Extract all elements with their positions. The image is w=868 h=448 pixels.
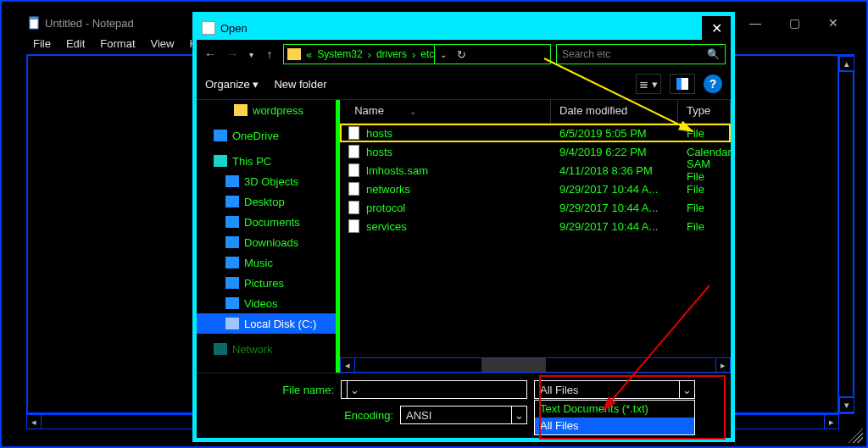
file-name: hosts	[366, 146, 392, 158]
file-list[interactable]: Name⌄ Date modified Type hosts6/5/2019 5…	[337, 100, 731, 373]
back-button[interactable]: ←	[202, 45, 219, 64]
maximize-button[interactable]: ▢	[775, 10, 814, 36]
teal-icon	[214, 343, 227, 355]
preview-pane-button[interactable]	[670, 74, 695, 94]
file-name: lmhosts.sam	[366, 164, 428, 177]
sidebar-item[interactable]: This PC	[197, 151, 336, 171]
folder-icon	[287, 48, 301, 60]
close-button[interactable]: ✕	[814, 10, 853, 36]
file-icon	[348, 126, 359, 140]
file-row[interactable]: hosts6/5/2019 5:05 PMFile	[340, 124, 731, 142]
file-date: 9/29/2017 10:44 A...	[551, 220, 678, 233]
breadcrumb-segment[interactable]: drivers	[376, 48, 407, 60]
file-row[interactable]: services9/29/2017 10:44 A...File	[340, 217, 731, 235]
scroll-right-button[interactable]: ▸	[824, 414, 839, 429]
folder-tree[interactable]: wordpressOneDriveThis PC3D ObjectsDeskto…	[197, 100, 337, 373]
menu-file[interactable]: File	[26, 36, 58, 54]
file-row[interactable]: networks9/29/2017 10:44 A...File	[340, 180, 731, 198]
sidebar-item[interactable]: Local Disk (C:)	[197, 313, 336, 334]
file-type-select[interactable]: All Files ⌄ Text Documents (*.txt) All F…	[534, 380, 695, 399]
sidebar-item[interactable]: Desktop	[197, 191, 336, 212]
chevron-right-icon: ›	[363, 48, 376, 61]
file-type-option[interactable]: All Files	[535, 418, 694, 434]
help-icon[interactable]: ?	[704, 75, 722, 93]
blue-icon	[225, 257, 239, 268]
encoding-select[interactable]: ANSI ⌄	[400, 406, 527, 424]
file-type: File	[678, 183, 731, 196]
vertical-scrollbar[interactable]: ▴ ▾	[837, 56, 853, 412]
file-type: File	[678, 127, 731, 140]
sidebar-item[interactable]: Music	[197, 252, 336, 273]
search-icon: 🔍	[707, 48, 720, 60]
dialog-close-button[interactable]: ✕	[702, 16, 731, 40]
sidebar-item-label: Music	[244, 257, 273, 269]
scroll-right-button[interactable]: ▸	[715, 357, 731, 373]
scroll-down-button[interactable]: ▾	[839, 397, 854, 412]
menu-format[interactable]: Format	[93, 36, 142, 54]
breadcrumb-segment[interactable]: etc	[420, 48, 434, 60]
filename-history-dropdown[interactable]: ⌄	[347, 381, 362, 398]
dropdown-icon[interactable]: ⌄	[679, 381, 694, 398]
scroll-up-button[interactable]: ▴	[839, 56, 854, 71]
search-placeholder: Search etc	[562, 48, 610, 60]
search-input[interactable]: Search etc 🔍	[556, 44, 726, 64]
new-folder-button[interactable]: New folder	[274, 78, 326, 91]
sidebar-item[interactable]: Network	[197, 339, 336, 359]
forward-button[interactable]: →	[224, 45, 241, 64]
navigation-bar: ← → ▾ ↑ « System32 › drivers › etc ⌄ ↻ S…	[197, 40, 731, 69]
dialog-title: Open	[220, 22, 702, 35]
sidebar-item[interactable]: wordpress	[197, 100, 336, 120]
blue-icon	[225, 216, 239, 228]
file-icon	[348, 163, 359, 177]
sidebar-item[interactable]: Downloads	[197, 232, 336, 252]
file-row[interactable]: lmhosts.sam4/11/2018 8:36 PMSAM File	[340, 161, 731, 180]
file-icon	[348, 145, 359, 158]
filename-input[interactable]: ⌄	[341, 380, 527, 399]
sidebar-item[interactable]: Documents	[197, 212, 336, 232]
recent-dropdown[interactable]: ▾	[246, 45, 256, 64]
dialog-titlebar[interactable]: Open ✕	[197, 16, 731, 40]
up-button[interactable]: ↑	[261, 45, 278, 64]
encoding-label: Encoding:	[207, 409, 393, 422]
file-type-option[interactable]: Text Documents (*.txt)	[535, 401, 694, 418]
sidebar-item-label: This PC	[232, 155, 271, 168]
column-headers[interactable]: Name⌄ Date modified Type	[340, 100, 731, 124]
file-row[interactable]: protocol9/29/2017 10:44 A...File	[340, 198, 731, 217]
sidebar-item-label: Local Disk (C:)	[244, 318, 316, 330]
scroll-left-button[interactable]: ◂	[26, 414, 42, 429]
file-name: hosts	[366, 127, 392, 140]
file-row[interactable]: hosts9/4/2019 6:22 PMCalendar	[340, 142, 731, 161]
sidebar-item-label: 3D Objects	[244, 175, 298, 188]
file-type: File	[678, 202, 731, 214]
view-options-button[interactable]: ≣ ▾	[636, 74, 661, 94]
dropdown-icon[interactable]: ⌄	[511, 407, 526, 423]
open-dialog: Open ✕ ← → ▾ ↑ « System32 › drivers › et…	[192, 12, 735, 442]
folder-icon	[234, 104, 248, 116]
sidebar-item-label: Downloads	[244, 236, 298, 249]
menu-view[interactable]: View	[144, 36, 181, 54]
history-dropdown[interactable]: ⌄	[440, 50, 447, 59]
dialog-bottom-panel: File name: ⌄ All Files ⌄ Text Documents …	[197, 373, 731, 438]
dialog-toolbar: Organize ▾ New folder ≣ ▾ ?	[197, 69, 731, 99]
scroll-thumb[interactable]	[481, 358, 547, 372]
sidebar-item[interactable]: Pictures	[197, 273, 336, 293]
column-date[interactable]: Date modified	[551, 100, 678, 123]
minimize-button[interactable]: —	[736, 10, 775, 36]
sidebar-item[interactable]: Videos	[197, 293, 336, 313]
list-horizontal-scrollbar[interactable]: ◂ ▸	[340, 357, 731, 373]
address-bar[interactable]: « System32 › drivers › etc ⌄ ↻	[283, 44, 551, 64]
onedrive-icon	[214, 130, 227, 141]
file-date: 9/4/2019 6:22 PM	[551, 146, 678, 158]
sidebar-item[interactable]: 3D Objects	[197, 171, 336, 191]
column-type[interactable]: Type	[678, 100, 731, 123]
file-icon	[348, 201, 359, 214]
file-type-dropdown[interactable]: Text Documents (*.txt) All Files	[534, 400, 695, 435]
menu-edit[interactable]: Edit	[59, 36, 92, 54]
file-name: services	[366, 220, 407, 233]
column-name[interactable]: Name⌄	[340, 100, 551, 123]
scroll-left-button[interactable]: ◂	[340, 357, 355, 373]
refresh-icon[interactable]: ↻	[457, 48, 466, 61]
breadcrumb-segment[interactable]: System32	[317, 48, 362, 60]
sidebar-item[interactable]: OneDrive	[197, 125, 336, 146]
organize-menu[interactable]: Organize ▾	[205, 78, 259, 91]
